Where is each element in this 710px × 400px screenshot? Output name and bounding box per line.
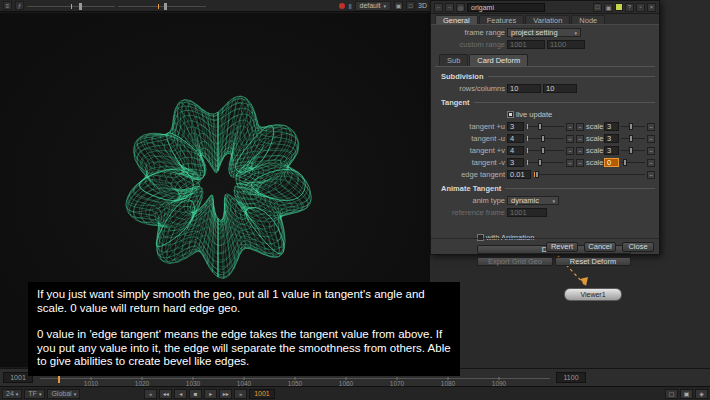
- animation-menu-icon[interactable]: ~: [647, 135, 655, 143]
- reference-frame-input[interactable]: 1001: [507, 208, 547, 217]
- view-mode-label[interactable]: 3D: [418, 2, 427, 9]
- tangent-mu-slider[interactable]: [526, 134, 564, 143]
- chevron-down-icon: ▾: [552, 198, 555, 204]
- subtab-card-deform[interactable]: Card Deform: [469, 54, 528, 66]
- curve-icon[interactable]: ~: [566, 135, 574, 143]
- goto-end-icon[interactable]: »: [234, 389, 247, 399]
- live-update-checkbox[interactable]: [507, 111, 514, 118]
- goto-start-icon[interactable]: «: [144, 389, 157, 399]
- center-node-icon[interactable]: ◎: [456, 3, 465, 12]
- scale-pv-input[interactable]: 3: [604, 146, 619, 155]
- monitor-out-icon[interactable]: ▢: [665, 389, 678, 399]
- animation-menu-icon[interactable]: ~: [647, 123, 655, 131]
- prev-keyframe-icon[interactable]: ◂◂: [159, 389, 172, 399]
- tab-node[interactable]: Node: [571, 15, 605, 24]
- tangent-pu-slider[interactable]: [526, 122, 564, 131]
- scale-label: scale: [586, 134, 602, 143]
- range-end-input[interactable]: 1100: [556, 372, 586, 383]
- range-mode-dropdown[interactable]: Global ▾: [47, 389, 80, 399]
- panel-footer: Revert Cancel Close: [431, 238, 659, 254]
- scale-label: scale: [586, 158, 602, 167]
- animate-tangent-group-label: Animate Tangent: [441, 184, 501, 193]
- curve-icon[interactable]: ~: [566, 159, 574, 167]
- columns-input[interactable]: 10: [543, 84, 577, 93]
- scale-pu-input[interactable]: 3: [604, 122, 619, 131]
- tangent-mv-label: tangent -v: [435, 158, 505, 167]
- scale-mv-slider[interactable]: [621, 158, 645, 167]
- rows-input[interactable]: 10: [507, 84, 541, 93]
- lock-range-icon[interactable]: ◈: [695, 389, 708, 399]
- roi-icon[interactable]: □: [406, 1, 415, 10]
- tangent-mu-input[interactable]: 4: [507, 134, 524, 143]
- scale-pu-slider[interactable]: [621, 122, 645, 131]
- pause-icon[interactable]: ||: [348, 3, 351, 9]
- custom-range-end-input[interactable]: 1100: [547, 40, 585, 49]
- clone-view-icon[interactable]: ▣: [394, 1, 403, 10]
- frame-range-dropdown[interactable]: project setting ▾: [507, 28, 581, 37]
- scale-mv-input[interactable]: 0: [604, 158, 619, 167]
- transport-frame-display[interactable]: 1001: [249, 389, 275, 399]
- tangent-mv-slider[interactable]: [526, 158, 564, 167]
- fps-dropdown[interactable]: 24 ▾: [2, 389, 22, 399]
- animation-menu-icon[interactable]: ~: [576, 135, 584, 143]
- animation-menu-icon[interactable]: ~: [647, 171, 655, 179]
- timecode-mode-dropdown[interactable]: TF ▾: [24, 389, 45, 399]
- animation-menu-icon[interactable]: ~: [576, 159, 584, 167]
- edge-tangent-input[interactable]: 0.01: [507, 170, 531, 179]
- revert-button[interactable]: Revert: [546, 242, 578, 252]
- help-icon[interactable]: ?: [625, 3, 634, 12]
- viewer-node[interactable]: Viewer1: [564, 288, 622, 301]
- curve-icon[interactable]: ~: [566, 123, 574, 131]
- caption-paragraph-1: If you just want simply smooth the geo, …: [37, 288, 451, 315]
- layers-icon[interactable]: ≡: [3, 1, 12, 10]
- play-forward-icon[interactable]: ▸: [204, 389, 217, 399]
- node-name-input[interactable]: origami: [467, 3, 545, 12]
- script-icon[interactable]: □: [593, 3, 602, 12]
- play-backward-icon[interactable]: ◂: [174, 389, 187, 399]
- frame-range-label: frame range: [435, 28, 505, 37]
- custom-range-start-input[interactable]: 1001: [507, 40, 545, 49]
- node-color-swatch[interactable]: [615, 3, 623, 11]
- tangent-pv-input[interactable]: 4: [507, 146, 524, 155]
- stop-icon[interactable]: ■: [189, 389, 202, 399]
- float-panel-icon[interactable]: ▫: [636, 3, 645, 12]
- animation-menu-icon[interactable]: ~: [647, 159, 655, 167]
- gamma-slider[interactable]: [118, 2, 206, 10]
- reference-frame-label: reference frame: [435, 208, 505, 217]
- next-keyframe-icon[interactable]: ▸▸: [219, 389, 232, 399]
- panel-tab-bar: General Features Variation Node: [431, 14, 659, 25]
- animation-menu-icon[interactable]: ~: [576, 123, 584, 131]
- close-icon[interactable]: ×: [647, 3, 656, 12]
- close-button[interactable]: Close: [622, 242, 654, 252]
- cancel-button[interactable]: Cancel: [584, 242, 616, 252]
- tab-general[interactable]: General: [435, 15, 478, 24]
- curve-icon[interactable]: ~: [566, 147, 574, 155]
- anim-type-dropdown[interactable]: dynamic ▾: [507, 196, 559, 205]
- scale-label: scale: [586, 146, 602, 155]
- viewer-process-dropdown[interactable]: default ▾: [355, 1, 392, 11]
- gain-icon[interactable]: ƒ: [15, 1, 24, 10]
- fullscreen-icon[interactable]: ▣: [680, 389, 693, 399]
- viewer-node-label: Viewer1: [580, 291, 605, 298]
- subtab-sub[interactable]: Sub: [439, 54, 468, 66]
- curve-editor-icon[interactable]: ▣: [604, 3, 613, 12]
- record-indicator-icon[interactable]: [339, 3, 345, 9]
- scale-pv-slider[interactable]: [621, 146, 645, 155]
- tab-features[interactable]: Features: [479, 15, 525, 24]
- gain-slider[interactable]: [27, 2, 115, 10]
- tangent-pv-slider[interactable]: [526, 146, 564, 155]
- edge-tangent-slider[interactable]: [533, 170, 645, 179]
- chevron-down-icon: ▾: [384, 3, 387, 9]
- scale-mu-slider[interactable]: [621, 134, 645, 143]
- tangent-pu-input[interactable]: 3: [507, 122, 524, 131]
- scale-mu-input[interactable]: 3: [604, 134, 619, 143]
- reset-deform-button[interactable]: Reset Deform: [555, 257, 631, 266]
- redo-icon[interactable]: →: [445, 3, 454, 12]
- undo-icon[interactable]: ←: [434, 3, 443, 12]
- export-grid-geo-button[interactable]: Export Grid Geo: [477, 257, 553, 266]
- animation-menu-icon[interactable]: ~: [576, 147, 584, 155]
- tab-variation[interactable]: Variation: [525, 15, 570, 24]
- anim-type-label: anim type: [435, 196, 505, 205]
- animation-menu-icon[interactable]: ~: [647, 147, 655, 155]
- tangent-mv-input[interactable]: 3: [507, 158, 524, 167]
